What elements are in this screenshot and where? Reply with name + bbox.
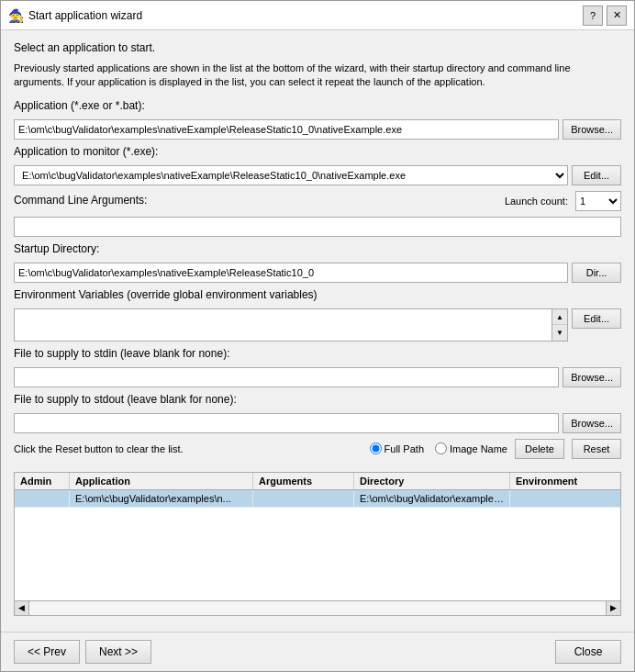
intro-line1: Select an application to start. <box>14 41 621 54</box>
monitor-row: E:\om\c\bugValidator\examples\nativeExam… <box>14 165 621 185</box>
startup-label: Startup Directory: <box>14 242 621 255</box>
window-title: Start application wizard <box>28 9 142 22</box>
table-body[interactable]: E:\om\c\bugValidator\examples\n... E:\om… <box>15 490 620 600</box>
stdout-input[interactable] <box>14 413 559 433</box>
cell-admin <box>15 490 70 507</box>
content-area: Select an application to start. Previous… <box>1 30 634 632</box>
env-label: Environment Variables (override global e… <box>14 288 621 301</box>
footer-right: Close <box>555 640 621 664</box>
launch-select[interactable]: 1 <box>575 191 621 211</box>
stdin-label: File to supply to stdin (leave blank for… <box>14 347 621 360</box>
delete-button[interactable]: Delete <box>515 439 564 459</box>
app-label: Application (*.exe or *.bat): <box>14 99 621 112</box>
action-bar: Click the Reset button to clear the list… <box>14 439 621 459</box>
env-row: ▲ ▼ Edit... <box>14 308 621 342</box>
radio-imagename[interactable] <box>435 442 447 454</box>
cell-arguments <box>253 490 354 507</box>
env-spinbox: ▲ ▼ <box>14 308 568 342</box>
col-environment: Environment <box>510 473 620 489</box>
stdin-row: Browse... <box>14 367 621 387</box>
cell-environment <box>510 490 620 507</box>
cmdline-input[interactable] <box>14 217 621 237</box>
close-button[interactable]: ✕ <box>607 6 627 26</box>
table-row[interactable]: E:\om\c\bugValidator\examples\n... E:\om… <box>15 490 620 508</box>
monitor-select[interactable]: E:\om\c\bugValidator\examples\nativeExam… <box>14 165 568 185</box>
stdout-browse-button[interactable]: Browse... <box>563 413 621 433</box>
cell-directory: E:\om\c\bugValidator\examples\na... <box>354 490 510 507</box>
env-input[interactable] <box>15 309 551 341</box>
stdin-browse-button[interactable]: Browse... <box>563 367 621 387</box>
table-container: Admin Application Arguments Directory En… <box>14 472 621 616</box>
scroll-right-btn[interactable]: ▶ <box>606 601 620 615</box>
col-arguments: Arguments <box>253 473 354 489</box>
app-input[interactable] <box>14 119 559 140</box>
stdin-input[interactable] <box>14 367 559 387</box>
reset-button[interactable]: Reset <box>572 439 621 459</box>
launch-label: Launch count: <box>505 196 568 207</box>
startup-dir-button[interactable]: Dir... <box>572 263 621 283</box>
radio-fullpath-label[interactable]: Full Path <box>370 442 424 454</box>
app-row: Browse... <box>14 119 621 140</box>
title-bar-right: ? ✕ <box>583 6 627 26</box>
scroll-left-btn[interactable]: ◀ <box>15 601 29 615</box>
env-spinner-btns: ▲ ▼ <box>551 309 567 341</box>
reset-hint: Click the Reset button to clear the list… <box>14 443 184 454</box>
env-spin-down[interactable]: ▼ <box>552 325 567 341</box>
main-window: 🧙 Start application wizard ? ✕ Select an… <box>0 0 635 672</box>
radio-group: Full Path Image Name <box>370 442 507 454</box>
next-button[interactable]: Next >> <box>85 640 151 664</box>
footer-left: << Prev Next >> <box>14 640 151 664</box>
app-browse-button[interactable]: Browse... <box>563 119 621 140</box>
title-bar-left: 🧙 Start application wizard <box>8 8 142 23</box>
monitor-label: Application to monitor (*.exe): <box>14 145 621 158</box>
footer: << Prev Next >> Close <box>1 632 634 671</box>
prev-button[interactable]: << Prev <box>14 640 80 664</box>
col-admin: Admin <box>15 473 70 489</box>
table-area: Admin Application Arguments Directory En… <box>14 472 621 616</box>
close-dialog-button[interactable]: Close <box>555 640 621 664</box>
stdout-row: Browse... <box>14 413 621 433</box>
table-header: Admin Application Arguments Directory En… <box>15 473 620 490</box>
radio-imagename-text: Image Name <box>450 443 507 454</box>
app-icon: 🧙 <box>8 8 23 23</box>
startup-row: Dir... <box>14 263 621 283</box>
help-button[interactable]: ? <box>583 6 603 26</box>
radio-imagename-label[interactable]: Image Name <box>435 442 507 454</box>
stdout-label: File to supply to stdout (leave blank fo… <box>14 393 621 406</box>
col-application: Application <box>70 473 253 489</box>
radio-fullpath[interactable] <box>370 442 382 454</box>
cmdline-header-row: Command Line Arguments: Launch count: 1 <box>14 191 621 211</box>
intro-line2: Previously started applications are show… <box>14 62 621 90</box>
env-edit-button[interactable]: Edit... <box>572 308 621 329</box>
radio-fullpath-text: Full Path <box>384 443 424 454</box>
cmdline-row <box>14 217 621 237</box>
env-spin-up[interactable]: ▲ <box>552 309 567 326</box>
title-bar: 🧙 Start application wizard ? ✕ <box>1 1 634 30</box>
cmdline-label: Command Line Arguments: <box>14 194 497 207</box>
cell-application: E:\om\c\bugValidator\examples\n... <box>70 490 253 507</box>
col-directory: Directory <box>354 473 510 489</box>
action-bar-right: Full Path Image Name Delete Reset <box>370 439 621 459</box>
monitor-edit-button[interactable]: Edit... <box>572 165 621 185</box>
scrollbar-area: ◀ ▶ <box>15 600 620 615</box>
startup-input[interactable] <box>14 263 568 283</box>
